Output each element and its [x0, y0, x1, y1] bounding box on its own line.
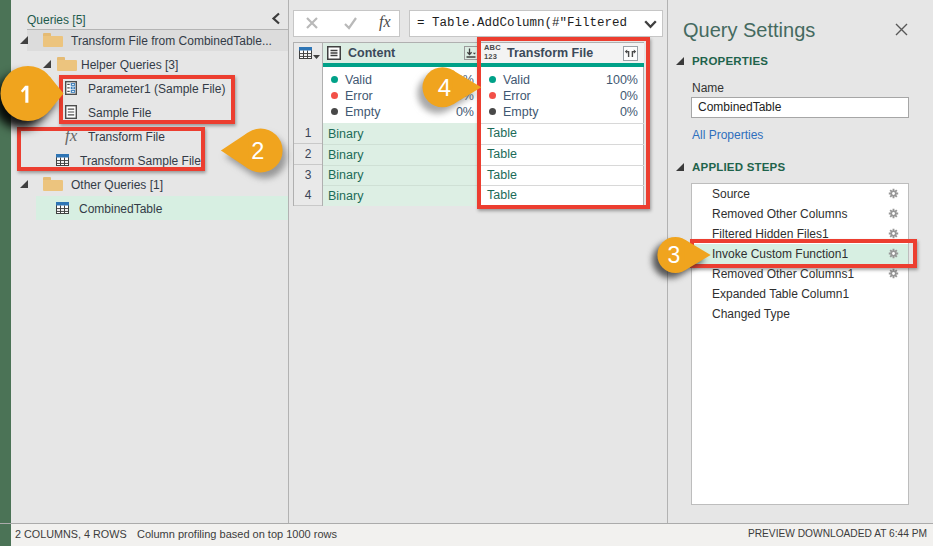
svg-text:4: 4: [438, 74, 451, 101]
svg-text:2: 2: [251, 138, 264, 164]
svg-text:3: 3: [668, 242, 681, 268]
